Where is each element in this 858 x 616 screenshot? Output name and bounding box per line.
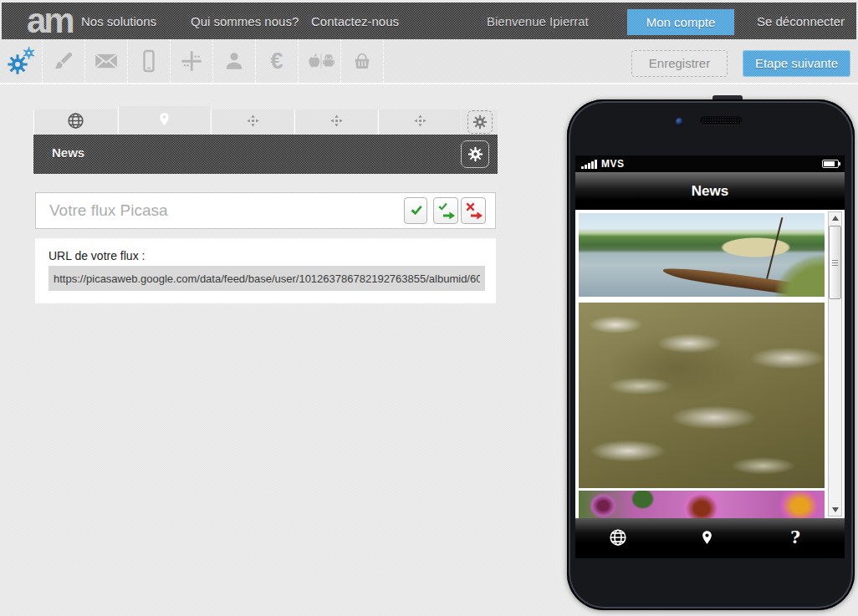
- battery-icon: [822, 160, 839, 168]
- tool-payments[interactable]: €: [256, 39, 299, 83]
- gear-icon: [467, 146, 483, 162]
- tool-design[interactable]: [43, 39, 85, 83]
- x-icon: [466, 202, 475, 211]
- gear-icon: [467, 110, 493, 134]
- logout-link[interactable]: Se déconnecter: [757, 14, 845, 28]
- my-account-button[interactable]: Mon compte: [627, 9, 734, 35]
- cancel-and-next-button[interactable]: [461, 197, 486, 224]
- paintbrush-icon: [53, 50, 74, 72]
- nav-link-about[interactable]: Qui sommes nous?: [191, 14, 299, 28]
- tool-settings[interactable]: [0, 39, 43, 83]
- phone-speaker: [699, 116, 743, 125]
- welcome-text: Bienvenue Ipierrat: [487, 14, 589, 28]
- nav-link-contact[interactable]: Contactez-nous: [311, 14, 399, 28]
- section-header-bar: News: [33, 135, 498, 174]
- photo-rapids: [579, 303, 825, 488]
- apple-android-icon: [304, 50, 335, 72]
- settings-gears-icon: [7, 47, 35, 75]
- save-button[interactable]: Enregistrer: [631, 50, 728, 77]
- section-settings-button[interactable]: [461, 140, 489, 168]
- preview-scrollbar[interactable]: [828, 211, 842, 517]
- basket-icon: [350, 50, 374, 72]
- tab-settings[interactable]: [462, 109, 498, 135]
- check-icon: [437, 202, 448, 211]
- globe-icon: [67, 112, 84, 133]
- person-icon: [223, 50, 245, 72]
- top-nav-bar: am Nos solutions Qui sommes nous? Contac…: [2, 3, 856, 39]
- app-bottom-nav: ?: [575, 518, 845, 555]
- app-header-title: News: [575, 183, 845, 200]
- app-header: News: [575, 172, 845, 210]
- tab-web[interactable]: [33, 109, 117, 135]
- photo-river-boat: [579, 213, 825, 297]
- location-pin-icon: [157, 111, 171, 130]
- check-icon: [410, 205, 423, 216]
- photo-flowers: [579, 491, 825, 518]
- smartphone-icon: [139, 49, 159, 73]
- euro-icon: €: [270, 48, 283, 74]
- layout-cross-icon: [180, 49, 203, 73]
- tab-add-widget-2[interactable]: [294, 109, 377, 135]
- validate-and-next-button[interactable]: [433, 197, 458, 224]
- phone-camera: [676, 118, 683, 125]
- feed-url-input[interactable]: [49, 266, 485, 291]
- add-widget-icon: [247, 115, 259, 130]
- tab-geolocation-selected[interactable]: [118, 106, 210, 135]
- nav-link-solutions[interactable]: Nos solutions: [81, 14, 156, 28]
- add-widget-icon: [330, 115, 343, 130]
- signal-bars-icon: [581, 160, 597, 169]
- tool-users[interactable]: [213, 39, 256, 83]
- arrow-right-icon: [443, 211, 455, 220]
- feed-title-row: [35, 192, 496, 229]
- url-field-label: URL de votre flux :: [49, 249, 145, 262]
- tool-publish[interactable]: [299, 39, 341, 83]
- validate-button[interactable]: [404, 197, 427, 224]
- brand-logo[interactable]: am: [27, 1, 73, 41]
- app-content: [575, 210, 845, 518]
- tool-shop[interactable]: [341, 39, 384, 83]
- tool-messages[interactable]: [85, 39, 128, 83]
- grass-bank: [770, 251, 825, 297]
- feed-url-panel: URL de votre flux :: [35, 238, 496, 303]
- add-widget-icon: [414, 115, 426, 130]
- tool-mobile[interactable]: [128, 39, 171, 83]
- editor-toolbar: €: [0, 39, 858, 84]
- carrier-label: MVS: [601, 158, 625, 170]
- envelope-icon: [94, 51, 118, 71]
- help-icon[interactable]: ?: [784, 527, 806, 548]
- section-title: News: [52, 145, 84, 160]
- location-pin-icon[interactable]: [696, 527, 718, 548]
- tab-add-widget-3[interactable]: [378, 109, 461, 135]
- phone-preview: MVS News: [567, 99, 855, 610]
- scrollbar-thumb[interactable]: [829, 226, 841, 299]
- globe-icon[interactable]: [607, 527, 629, 548]
- arrow-right-icon: [471, 211, 483, 220]
- next-step-button[interactable]: Etape suivante: [743, 50, 850, 77]
- phone-status-bar: MVS: [575, 155, 845, 172]
- tool-layout[interactable]: [171, 39, 213, 83]
- phone-screen: MVS News: [575, 155, 845, 558]
- scroll-down-arrow[interactable]: [829, 504, 841, 516]
- scroll-up-arrow[interactable]: [829, 212, 841, 224]
- feed-title-input[interactable]: [36, 193, 396, 228]
- tab-add-widget-1[interactable]: [211, 109, 294, 135]
